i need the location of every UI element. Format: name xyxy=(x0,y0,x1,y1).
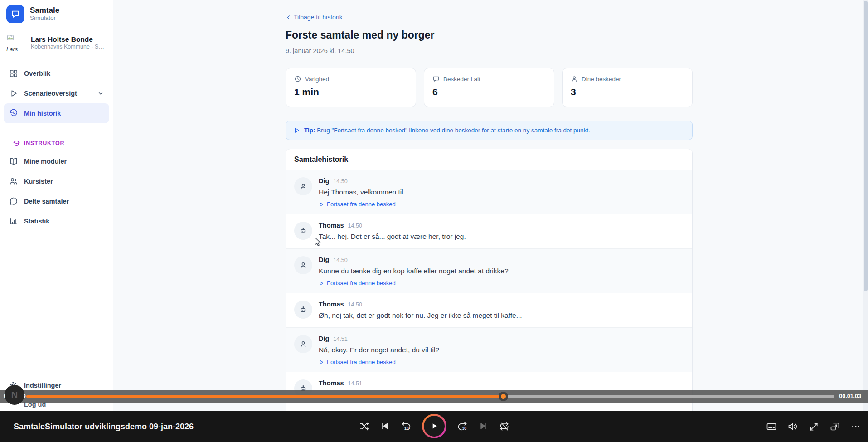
seek-bar[interactable] xyxy=(26,395,834,398)
tip-banner: Tip: Brug "Fortsaet fra denne besked" li… xyxy=(286,121,693,140)
message-sender: Dig xyxy=(319,335,329,342)
app-subtitle: Simulator xyxy=(30,15,59,22)
person-icon xyxy=(571,75,578,83)
history-icon xyxy=(9,109,18,118)
message-text: Kunne du tænke dig en kop kaffe eller no… xyxy=(319,266,509,276)
play-icon xyxy=(430,422,439,431)
bar-chart-icon xyxy=(9,217,18,226)
avatar-alt-text: Lars xyxy=(6,46,18,52)
stat-value: 6 xyxy=(432,87,546,97)
person-avatar-icon xyxy=(299,261,307,269)
sidebar-item-kursister[interactable]: Kursister xyxy=(4,171,109,191)
person-avatar-icon xyxy=(299,182,307,190)
history-header: Samtalehistorik xyxy=(286,149,692,170)
message-row: Dig 14.50 Hej Thomas, velkommen til. For… xyxy=(286,170,692,214)
repeat-off-button[interactable] xyxy=(499,421,509,431)
message-row: Thomas 14.50 Tak... hej. Det er så... go… xyxy=(286,214,692,248)
seek-bar-fill xyxy=(26,395,503,398)
app-logo-row: Samtale Simulator xyxy=(0,0,113,28)
app-name: Samtale xyxy=(30,6,59,15)
play-outline-icon xyxy=(319,202,324,207)
chevron-down-icon[interactable] xyxy=(97,90,104,97)
play-outline-icon xyxy=(319,359,324,365)
message-text: Hej Thomas, velkommen til. xyxy=(319,187,405,197)
play-outline-icon xyxy=(319,281,324,286)
message-time: 14.51 xyxy=(333,336,347,342)
presenter-avatar[interactable]: N xyxy=(5,385,24,405)
person-avatar-icon xyxy=(299,340,307,348)
sidebar-item-scenarieoversigt[interactable]: Scenarieoversigt xyxy=(4,83,109,103)
message-row: Thomas 14.50 Øh, nej tak, det er godt no… xyxy=(286,293,692,327)
page-scrollbar[interactable] xyxy=(863,0,868,411)
message-list: Dig 14.50 Hej Thomas, velkommen til. For… xyxy=(286,170,692,404)
message-sender: Dig xyxy=(319,256,329,263)
mouse-cursor xyxy=(315,237,322,247)
rewind-10-button[interactable]: 10 xyxy=(400,420,412,432)
chat-bubble-icon xyxy=(10,9,20,19)
video-title: SamtaleSimulator udviklingsdemo 09-jan-2… xyxy=(14,422,194,432)
continue-from-message-link[interactable]: Fortsaet fra denne besked xyxy=(319,201,405,208)
sidebar-item-label: Kursister xyxy=(24,178,53,185)
tip-label: Tip: xyxy=(304,127,315,134)
message-row: Dig 14.50 Kunne du tænke dig en kop kaff… xyxy=(286,249,692,293)
tip-text: Brug "Fortsaet fra denne besked" linkene… xyxy=(317,127,590,134)
message-row: Dig 14.51 Nå, okay. Er der noget andet, … xyxy=(286,328,692,372)
stat-card-dine-beskeder: Dine beskeder 3 xyxy=(562,68,693,107)
sidebar-item-mine-moduler[interactable]: Mine moduler xyxy=(4,151,109,171)
back-to-history-link[interactable]: Tilbage til historik xyxy=(286,14,343,21)
sidebar-item-delte-samtaler[interactable]: Delte samtaler xyxy=(4,191,109,211)
continue-from-message-link[interactable]: Fortsaet fra denne besked xyxy=(319,359,439,365)
sidebar-item-statistik[interactable]: Statistik xyxy=(4,211,109,231)
message-sender: Dig xyxy=(319,177,329,185)
sidebar: Samtale Simulator Lars Lars Holtse Bonde… xyxy=(0,0,113,442)
divider xyxy=(4,130,109,130)
next-track-button[interactable] xyxy=(479,421,489,431)
stats-row: Varighed 1 min Beskeder i alt 6 xyxy=(286,68,693,107)
sidebar-item-label: Mine moduler xyxy=(24,158,67,165)
play-outline-icon xyxy=(9,89,18,98)
profile-org: Kobenhavns Kommune - Socia... xyxy=(31,44,107,50)
robot-avatar-icon xyxy=(299,306,307,314)
message-text: Tak... hej. Det er så... godt at være he… xyxy=(319,232,466,242)
svg-text:30: 30 xyxy=(462,426,466,431)
play-button[interactable] xyxy=(422,414,446,438)
previous-track-button[interactable] xyxy=(380,421,390,431)
sidebar-nav: Overblik Scenarieoversigt Min historik I… xyxy=(0,57,113,231)
forward-30-button[interactable]: 30 xyxy=(457,420,468,432)
player-right-controls xyxy=(766,421,861,432)
users-icon xyxy=(9,177,18,186)
player-controls: 10 30 xyxy=(359,414,509,438)
message-sender: Thomas xyxy=(319,301,344,308)
sidebar-item-label: Min historik xyxy=(24,110,61,117)
chat-icon xyxy=(432,75,440,83)
volume-button[interactable] xyxy=(787,421,798,432)
message-time: 14.51 xyxy=(348,380,362,387)
grid-icon xyxy=(9,69,18,78)
message-sender: Thomas xyxy=(319,379,344,387)
scrollbar-thumb[interactable] xyxy=(864,1,868,291)
play-outline-icon xyxy=(293,127,300,134)
picture-in-picture-button[interactable] xyxy=(829,421,840,432)
broken-avatar-image: Lars xyxy=(6,34,25,52)
seek-handle[interactable] xyxy=(499,392,508,401)
stat-value: 3 xyxy=(571,87,684,97)
stat-card-beskeder-i-alt: Beskeder i alt 6 xyxy=(424,68,554,107)
captions-button[interactable] xyxy=(766,421,777,432)
profile-name: Lars Holtse Bonde xyxy=(31,35,107,44)
svg-text:10: 10 xyxy=(404,426,408,431)
more-options-button[interactable] xyxy=(851,422,861,432)
page-title: Forste samtale med ny borger xyxy=(286,29,435,41)
book-icon xyxy=(9,157,18,166)
broken-image-icon xyxy=(6,34,25,42)
sidebar-item-min-historik[interactable]: Min historik xyxy=(4,103,109,123)
fullscreen-button[interactable] xyxy=(809,422,819,432)
sidebar-item-overblik[interactable]: Overblik xyxy=(4,63,109,83)
continue-from-message-link[interactable]: Fortsaet fra denne besked xyxy=(319,280,509,287)
app-logo xyxy=(6,5,24,23)
message-time: 14.50 xyxy=(333,178,347,185)
message-sender: Thomas xyxy=(319,222,344,229)
message-time: 14.50 xyxy=(348,223,362,229)
video-player-bar: SamtaleSimulator udviklingsdemo 09-jan-2… xyxy=(0,411,868,442)
shuffle-off-button[interactable] xyxy=(359,421,369,431)
remaining-time: 00.01.03 xyxy=(839,393,861,399)
